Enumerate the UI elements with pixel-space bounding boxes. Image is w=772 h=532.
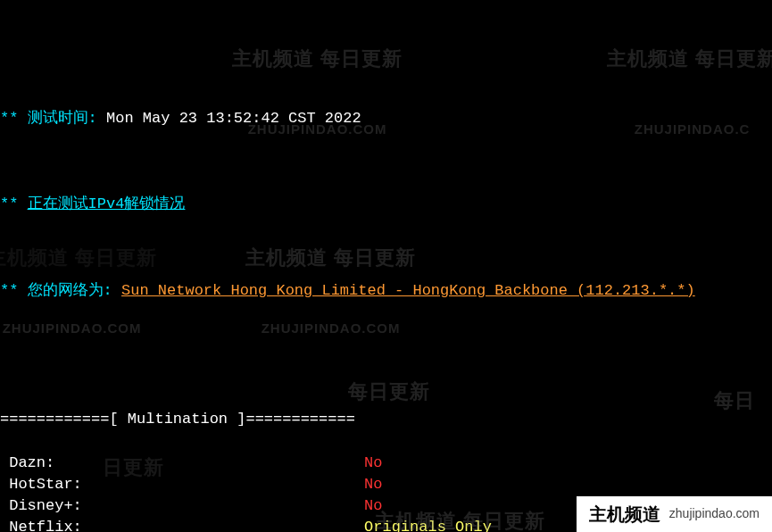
service-row: Dazn: No: [0, 453, 772, 474]
service-name: Dazn:: [0, 454, 364, 471]
header-stars: **: [0, 195, 18, 212]
service-value: No: [364, 497, 382, 514]
terminal-output: ** 测试时间: Mon May 23 13:52:42 CST 2022 **…: [0, 87, 772, 533]
service-name: HotStar:: [0, 476, 364, 493]
service-value: No: [364, 454, 382, 471]
service-name: Disney+:: [0, 497, 364, 514]
section-header: ============[ Multination ]============: [0, 409, 772, 430]
network-value: Sun Network Hong Kong Limited - HongKong…: [121, 282, 695, 299]
test-time-label: 测试时间:: [28, 110, 97, 127]
badge-name-en: zhujipindao.com: [669, 505, 760, 523]
badge-name-cn: 主机频道: [589, 502, 660, 527]
service-value: Originals Only: [364, 519, 492, 532]
service-value: No: [364, 476, 382, 493]
service-row: HotStar: No: [0, 474, 772, 495]
service-name: Netflix:: [0, 519, 364, 532]
header-stars: **: [0, 110, 18, 127]
header-stars: **: [0, 282, 18, 299]
site-badge: 主机频道 zhujipindao.com: [577, 496, 772, 532]
testing-label: 正在测试IPv4解锁情况: [28, 195, 186, 212]
test-time-value: Mon May 23 13:52:42 CST 2022: [106, 110, 361, 127]
network-label: 您的网络为:: [28, 282, 112, 299]
